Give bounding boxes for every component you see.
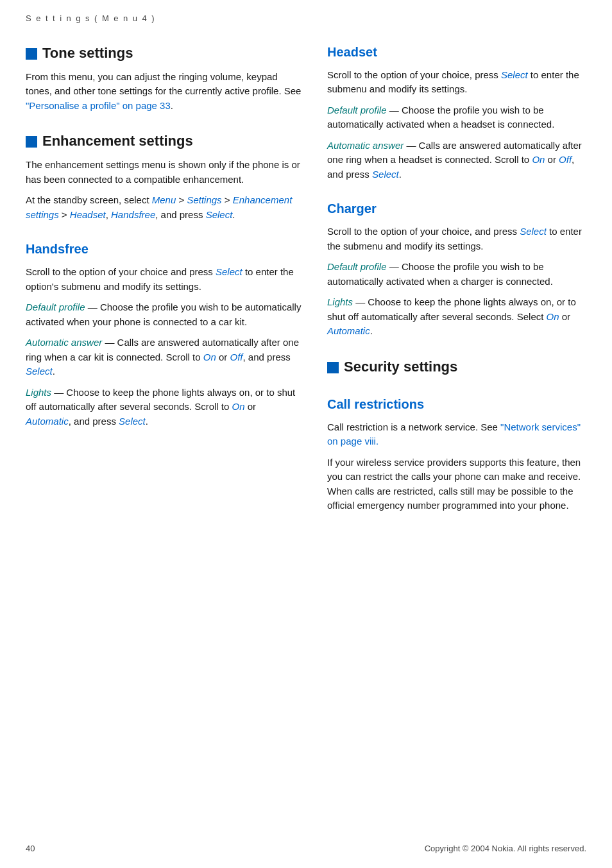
security-settings-section: Security settings	[327, 357, 586, 377]
page-number: 40	[26, 843, 35, 855]
headset-title: Headset	[327, 43, 586, 62]
enhancement-settings-body2: At the standby screen, select Menu > Set…	[26, 193, 302, 222]
enhancement-settings-section: Enhancement settings The enhancement set…	[26, 131, 302, 222]
handsfree-auto-answer: Automatic answer — Calls are answered au…	[26, 336, 302, 379]
charger-body1: Scroll to the option of your choice, and…	[327, 225, 586, 253]
charger-section: Charger Scroll to the option of your cho…	[327, 200, 586, 339]
menu-italic: Menu	[152, 194, 176, 205]
copyright-text: Copyright © 2004 Nokia. All rights reser…	[425, 843, 586, 855]
charger-select-italic: Select	[520, 226, 547, 237]
headset-auto-answer: Automatic answer — Calls are answered au…	[327, 139, 586, 182]
auto-on-left: On	[203, 352, 216, 362]
headset-auto-on: On	[532, 154, 545, 165]
handsfree-title: Handsfree	[26, 240, 302, 259]
headset-auto-off: Off	[559, 154, 572, 165]
tone-settings-section: Tone settings From this menu, you can ad…	[26, 43, 302, 113]
headset-auto-select: Select	[372, 169, 399, 180]
call-restrictions-section: Call restrictions Call restriction is a …	[327, 395, 586, 513]
charger-lights-automatic: Automatic	[327, 325, 370, 336]
enhancement-settings-title-row: Enhancement settings	[26, 131, 302, 151]
handsfree-italic: Handsfree	[111, 209, 155, 220]
default-profile-label-left: Default profile	[26, 302, 85, 312]
enhancement-settings-body1: The enhancement settings menu is shown o…	[26, 158, 302, 187]
charger-lights: Lights — Choose to keep the phone lights…	[327, 295, 586, 339]
headset-default-profile: Default profile — Choose the profile you…	[327, 103, 586, 132]
left-column: Tone settings From this menu, you can ad…	[26, 43, 302, 531]
charger-default-profile-label: Default profile	[327, 261, 387, 272]
right-column: Headset Scroll to the option of your cho…	[327, 43, 586, 531]
header-text: S e t t i n g s ( M e n u 4 )	[26, 13, 156, 23]
enhancement-settings-icon	[26, 136, 37, 148]
lights-on-left: On	[232, 401, 245, 412]
personalise-link[interactable]: "Personalise a profile" on page 33	[26, 100, 171, 111]
auto-off-left: Off	[230, 352, 243, 362]
auto-answer-label-left: Automatic answer	[26, 337, 102, 348]
charger-title: Charger	[327, 200, 586, 218]
auto-select-left: Select	[26, 366, 53, 377]
handsfree-section: Handsfree Scroll to the option of your c…	[26, 240, 302, 429]
handsfree-select-italic: Select	[216, 266, 242, 277]
charger-default-profile: Default profile — Choose the profile you…	[327, 260, 586, 289]
lights-automatic-left: Automatic	[26, 416, 69, 427]
page-header: S e t t i n g s ( M e n u 4 )	[26, 13, 586, 25]
headset-italic: Headset	[70, 209, 106, 220]
call-restrictions-body1: Call restriction is a network service. S…	[327, 420, 586, 449]
headset-body1: Scroll to the option of your choice, pre…	[327, 68, 586, 97]
page: S e t t i n g s ( M e n u 4 ) Tone setti…	[0, 0, 612, 868]
call-restrictions-title: Call restrictions	[327, 395, 586, 414]
two-column-layout: Tone settings From this menu, you can ad…	[26, 43, 586, 531]
tone-settings-body: From this menu, you can adjust the ringi…	[26, 70, 302, 114]
select-italic-1: Select	[206, 209, 233, 220]
security-settings-icon	[327, 362, 339, 373]
security-settings-title: Security settings	[344, 357, 457, 377]
default-profile-label-right: Default profile	[327, 105, 387, 115]
call-restrictions-body2: If your wireless service providers suppo…	[327, 455, 586, 513]
headset-section: Headset Scroll to the option of your cho…	[327, 43, 586, 182]
security-settings-title-row: Security settings	[327, 357, 586, 377]
handsfree-default-profile: Default profile — Choose the profile you…	[26, 300, 302, 329]
charger-lights-on: On	[547, 311, 559, 322]
lights-label-left: Lights	[26, 387, 51, 398]
headset-select-italic: Select	[501, 69, 528, 80]
tone-settings-icon	[26, 48, 37, 60]
lights-select-left: Select	[119, 416, 146, 427]
enhancement-settings-title: Enhancement settings	[42, 131, 193, 151]
charger-lights-label: Lights	[327, 296, 353, 307]
handsfree-lights: Lights — Choose to keep the phone lights…	[26, 386, 302, 429]
auto-answer-label-right: Automatic answer	[327, 140, 404, 151]
page-footer: 40 Copyright © 2004 Nokia. All rights re…	[0, 843, 612, 855]
settings-italic: Settings	[187, 194, 221, 205]
tone-settings-title: Tone settings	[42, 43, 133, 64]
handsfree-body1: Scroll to the option of your choice and …	[26, 265, 302, 294]
tone-settings-title-row: Tone settings	[26, 43, 302, 64]
